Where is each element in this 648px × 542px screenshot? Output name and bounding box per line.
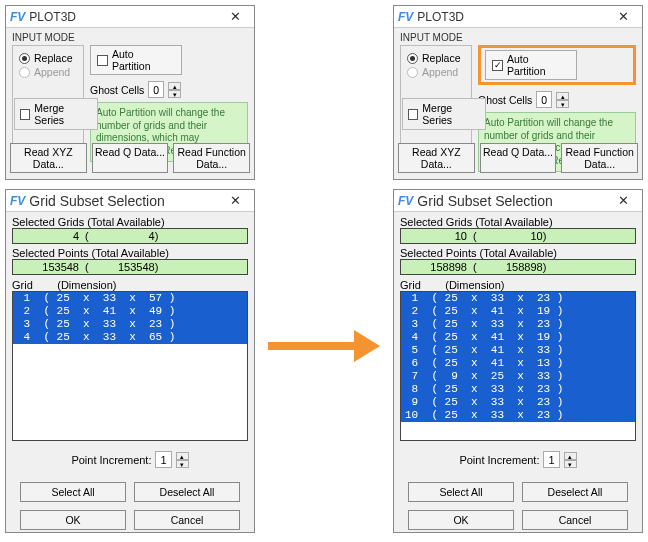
grids-selected-value: 4 (19, 230, 79, 242)
list-item[interactable]: 4 ( 25 x 41 x 19 ) (401, 331, 635, 344)
point-increment-stepper[interactable]: ▴▾ (176, 452, 189, 468)
fv-logo: FV (398, 10, 413, 24)
checkbox-icon (408, 109, 418, 120)
replace-label: Replace (422, 52, 461, 64)
read-q-button[interactable]: Read Q Data... (92, 143, 169, 173)
points-selected-value: 158898 (407, 261, 467, 273)
selected-grids-label: Selected Grids (Total Available) (400, 216, 636, 228)
list-item[interactable]: 2 ( 25 x 41 x 49 ) (13, 305, 247, 318)
replace-radio[interactable]: Replace (19, 52, 77, 64)
cancel-button[interactable]: Cancel (522, 510, 628, 530)
list-item[interactable]: 10 ( 25 x 33 x 23 ) (401, 409, 635, 422)
selected-grids-slot: 10 ( 10 ) (400, 228, 636, 244)
close-icon[interactable]: ✕ (220, 192, 250, 210)
ok-button[interactable]: OK (20, 510, 126, 530)
dialog-title: Grid Subset Selection (417, 193, 608, 209)
deselect-all-button[interactable]: Deselect All (522, 482, 628, 502)
merge-series-checkbox[interactable]: Merge Series (402, 98, 486, 130)
list-item[interactable]: 6 ( 25 x 41 x 13 ) (401, 357, 635, 370)
auto-partition-checkbox[interactable]: Auto Partition (485, 50, 577, 80)
grids-total-value: 10 (483, 230, 543, 242)
point-increment-label: Point Increment: (459, 454, 539, 466)
checkbox-icon (492, 60, 503, 71)
points-total-value: 153548 (95, 261, 155, 273)
checkbox-icon (20, 109, 30, 120)
ghost-cells-stepper[interactable]: ▴▾ (556, 92, 569, 108)
close-icon[interactable]: ✕ (220, 8, 250, 26)
select-all-button[interactable]: Select All (20, 482, 126, 502)
points-selected-value: 153548 (19, 261, 79, 273)
merge-series-label: Merge Series (34, 102, 92, 126)
point-increment-stepper[interactable]: ▴▾ (564, 452, 577, 468)
input-mode-label: INPUT MODE (12, 32, 248, 43)
grid-dimension-header: Grid (Dimension) (12, 279, 248, 291)
merge-series-checkbox[interactable]: Merge Series (14, 98, 98, 130)
list-item[interactable]: 3 ( 25 x 33 x 23 ) (401, 318, 635, 331)
grid-subset-dialog-left: FV Grid Subset Selection ✕ Selected Grid… (5, 189, 255, 533)
ghost-cells-label: Ghost Cells (90, 84, 144, 96)
read-function-button[interactable]: Read Function Data... (173, 143, 250, 173)
list-item[interactable]: 1 ( 25 x 33 x 57 ) (13, 292, 247, 305)
point-increment-label: Point Increment: (71, 454, 151, 466)
transition-arrow-icon (268, 330, 380, 362)
cancel-button[interactable]: Cancel (134, 510, 240, 530)
ghost-cells-label: Ghost Cells (478, 94, 532, 106)
grid-dimension-header: Grid (Dimension) (400, 279, 636, 291)
dialog-title: PLOT3D (417, 10, 608, 24)
selected-points-label: Selected Points (Total Available) (400, 247, 636, 259)
list-item[interactable]: 2 ( 25 x 41 x 19 ) (401, 305, 635, 318)
deselect-all-button[interactable]: Deselect All (134, 482, 240, 502)
read-xyz-button[interactable]: Read XYZ Data... (398, 143, 475, 173)
points-total-value: 158898 (483, 261, 543, 273)
auto-partition-label: Auto Partition (112, 48, 175, 72)
read-function-button[interactable]: Read Function Data... (561, 143, 638, 173)
list-item[interactable]: 1 ( 25 x 33 x 23 ) (401, 292, 635, 305)
point-increment-input[interactable]: 1 (155, 451, 171, 468)
fv-logo: FV (10, 194, 25, 208)
grid-list[interactable]: 1 ( 25 x 33 x 57 ) 2 ( 25 x 41 x 49 ) 3 … (12, 291, 248, 441)
point-increment-input[interactable]: 1 (543, 451, 559, 468)
ghost-cells-input[interactable]: 0 (536, 91, 552, 108)
titlebar: FV Grid Subset Selection ✕ (394, 190, 642, 212)
auto-partition-label: Auto Partition (507, 53, 570, 77)
append-radio[interactable]: Append (407, 66, 465, 78)
close-icon[interactable]: ✕ (608, 8, 638, 26)
replace-radio[interactable]: Replace (407, 52, 465, 64)
grids-selected-value: 10 (407, 230, 467, 242)
ghost-cells-stepper[interactable]: ▴▾ (168, 82, 181, 98)
list-item[interactable]: 3 ( 25 x 33 x 23 ) (13, 318, 247, 331)
dialog-title: Grid Subset Selection (29, 193, 220, 209)
selected-grids-slot: 4 ( 4 ) (12, 228, 248, 244)
plot3d-dialog-right: FV PLOT3D ✕ INPUT MODE Replace Append Au… (393, 5, 643, 180)
list-item[interactable]: 4 ( 25 x 33 x 65 ) (13, 331, 247, 344)
grid-subset-dialog-right: FV Grid Subset Selection ✕ Selected Grid… (393, 189, 643, 533)
titlebar: FV Grid Subset Selection ✕ (6, 190, 254, 212)
list-item[interactable]: 7 ( 9 x 25 x 33 ) (401, 370, 635, 383)
titlebar: FV PLOT3D ✕ (394, 6, 642, 28)
grid-list[interactable]: 1 ( 25 x 33 x 23 ) 2 ( 25 x 41 x 19 ) 3 … (400, 291, 636, 441)
list-item[interactable]: 9 ( 25 x 33 x 23 ) (401, 396, 635, 409)
list-item[interactable]: 8 ( 25 x 33 x 23 ) (401, 383, 635, 396)
plot3d-dialog-left: FV PLOT3D ✕ INPUT MODE Replace Append Au… (5, 5, 255, 180)
input-mode-label: INPUT MODE (400, 32, 636, 43)
select-all-button[interactable]: Select All (408, 482, 514, 502)
list-item[interactable]: 5 ( 25 x 41 x 33 ) (401, 344, 635, 357)
close-icon[interactable]: ✕ (608, 192, 638, 210)
append-label: Append (34, 66, 70, 78)
auto-partition-checkbox[interactable]: Auto Partition (90, 45, 182, 75)
selected-grids-label: Selected Grids (Total Available) (12, 216, 248, 228)
selected-points-label: Selected Points (Total Available) (12, 247, 248, 259)
grids-total-value: 4 (95, 230, 155, 242)
ok-button[interactable]: OK (408, 510, 514, 530)
fv-logo: FV (10, 10, 25, 24)
checkbox-icon (97, 55, 108, 66)
read-xyz-button[interactable]: Read XYZ Data... (10, 143, 87, 173)
selected-points-slot: 153548 ( 153548 ) (12, 259, 248, 275)
auto-partition-highlight: Auto Partition (478, 45, 636, 85)
append-radio[interactable]: Append (19, 66, 77, 78)
read-q-button[interactable]: Read Q Data... (480, 143, 557, 173)
merge-series-label: Merge Series (422, 102, 480, 126)
ghost-cells-input[interactable]: 0 (148, 81, 164, 98)
selected-points-slot: 158898 ( 158898 ) (400, 259, 636, 275)
fv-logo: FV (398, 194, 413, 208)
